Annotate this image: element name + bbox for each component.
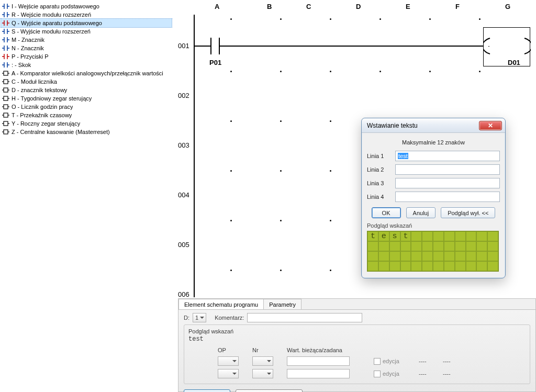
grid-dot <box>379 71 381 72</box>
col-header-B: B <box>267 3 272 10</box>
lcd-cell <box>433 231 444 241</box>
lcd-cell <box>378 241 389 251</box>
anuluj-button[interactable]: Anuluj <box>406 207 436 218</box>
grid-dot <box>280 220 282 221</box>
tree-item-I[interactable]: I - Wejście aparatu podstawowego <box>1 2 172 10</box>
wart-input-2[interactable] <box>287 369 350 378</box>
tree-item-Q[interactable]: Q - Wyjście aparatu podstawowego <box>1 19 172 27</box>
ok-button[interactable]: OK <box>372 207 401 218</box>
grid-dot <box>379 18 381 20</box>
edycja-check-2[interactable]: edycja <box>374 371 416 377</box>
grid-dot <box>330 270 331 271</box>
wstaw-tekst-button[interactable]: Wstaw tekst <box>184 389 230 392</box>
tab-element-schematu[interactable]: Element schematu programu <box>178 299 264 309</box>
lcd-cell <box>476 241 487 251</box>
lcd-cell <box>378 261 389 271</box>
th-op: OP <box>218 347 249 353</box>
fb-icon <box>2 129 9 135</box>
tree-item-R[interactable]: R - Wejście modułu rozszerzeń <box>1 10 172 19</box>
op-select-1[interactable] <box>218 356 239 366</box>
grid-dot <box>429 18 431 20</box>
d-label: D: <box>184 315 189 321</box>
tree-item-H[interactable]: H - Tygodniowy zegar sterujący <box>1 94 172 103</box>
ladder-contact-P01[interactable] <box>210 38 220 54</box>
properties-panel: Element schematu programu Parametry D: 1… <box>178 298 536 392</box>
dialog-hint: Maksymalnie 12 znaków <box>367 139 500 145</box>
tree-item-Z[interactable]: Z - Centralne kasowanie (Masterreset) <box>1 128 172 136</box>
lcd-cell: t <box>400 231 411 241</box>
d-selector[interactable]: 1 <box>193 313 206 322</box>
row-header-001: 001 <box>178 42 189 50</box>
tree-label: M - Znacznik <box>12 37 44 43</box>
grid-dot <box>479 18 481 20</box>
svg-rect-45 <box>4 105 8 109</box>
podglad-button[interactable]: Podgląd wył. << <box>441 207 495 218</box>
dialog-titlebar[interactable]: Wstawianie tekstu ✕ <box>362 118 505 133</box>
tree-item-A[interactable]: A - Komparator wielkości analogowych/prz… <box>1 69 172 77</box>
linia4-input[interactable] <box>395 192 500 202</box>
contact-icon <box>2 28 9 35</box>
lcd-cell <box>444 251 455 261</box>
grid-dot <box>330 220 331 221</box>
lcd-cell <box>422 241 433 251</box>
lcd-cell <box>487 261 498 271</box>
skalowanie-zakresu-button[interactable]: Skalowanie zakresu <box>236 389 303 392</box>
tab-parametry[interactable]: Parametry <box>263 299 302 309</box>
lcd-cell <box>476 251 487 261</box>
grid-dot <box>280 120 282 122</box>
lcd-cell <box>400 261 411 271</box>
tree-item-D[interactable]: D - znacznik tekstowy <box>1 86 172 94</box>
tree-item-T[interactable]: T - Przekaźnik czasowy <box>1 111 172 119</box>
properties-tabs: Element schematu programu Parametry <box>178 299 535 310</box>
grid-dot <box>280 71 282 72</box>
grid-dot <box>280 18 282 20</box>
komentarz-input[interactable] <box>247 313 362 322</box>
lcd-cell <box>476 231 487 241</box>
tree-label: S - Wyjście modułu rozszerzeń <box>12 28 91 35</box>
tree-item-N[interactable]: N - Znacznik <box>1 44 172 52</box>
op-select-2[interactable] <box>218 369 239 378</box>
contact-icon <box>2 12 9 18</box>
tree-item-Y[interactable]: Y - Roczny zegar sterujący <box>1 119 172 128</box>
tree-item-jump[interactable]: : - Skok <box>1 61 172 69</box>
coil-label: D01 <box>508 59 520 66</box>
tree-item-C[interactable]: C - Moduł licznika <box>1 77 172 86</box>
lcd-cell <box>466 241 477 251</box>
ladder-coil-D01[interactable] <box>483 27 530 66</box>
nr-select-2[interactable] <box>252 369 273 378</box>
linia3-input[interactable] <box>395 178 500 188</box>
contact-icon <box>2 62 9 68</box>
svg-rect-51 <box>4 121 8 126</box>
tree-label: Z - Centralne kasowanie (Masterreset) <box>12 129 110 135</box>
close-icon[interactable]: ✕ <box>479 121 502 130</box>
tree-label: N - Znacznik <box>12 45 44 51</box>
wstawianie-tekstu-dialog: Wstawianie tekstu ✕ Maksymalnie 12 znakó… <box>361 118 506 278</box>
tree-label: H - Tygodniowy zegar sterujący <box>12 95 92 102</box>
lcd-cell <box>400 251 411 261</box>
linia2-input[interactable] <box>395 164 500 175</box>
grid-dot <box>230 270 232 271</box>
svg-rect-39 <box>4 88 8 92</box>
linia1-input[interactable]: test <box>395 151 500 161</box>
linia3-label: Linia 3 <box>367 180 390 186</box>
lcd-cell <box>466 231 477 241</box>
lcd-cell <box>444 241 455 251</box>
tree-item-O[interactable]: O - Licznik godzin pracy <box>1 103 172 111</box>
tree-item-M[interactable]: M - Znacznik <box>1 36 172 44</box>
lcd-cell <box>411 241 422 251</box>
wart-input-1[interactable] <box>287 356 350 366</box>
tree-label: A - Komparator wielkości analogowych/prz… <box>12 70 163 76</box>
tree-item-P[interactable]: P - Przyciski P <box>1 52 172 61</box>
lcd-cell <box>487 241 498 251</box>
lcd-cell <box>466 261 477 271</box>
tree-item-S[interactable]: S - Wyjście modułu rozszerzeń <box>1 27 172 36</box>
nr-select-1[interactable] <box>252 356 273 366</box>
col-header-D: D <box>356 3 361 10</box>
linia2-label: Linia 2 <box>367 166 390 173</box>
symbol-tree: I - Wejście aparatu podstawowego R - Wej… <box>0 0 173 298</box>
grid-dot <box>230 18 232 20</box>
col-header-C: C <box>306 3 311 10</box>
fb-icon <box>2 112 9 118</box>
edycja-check-1[interactable]: edycja <box>374 358 416 365</box>
lcd-cell <box>476 261 487 271</box>
